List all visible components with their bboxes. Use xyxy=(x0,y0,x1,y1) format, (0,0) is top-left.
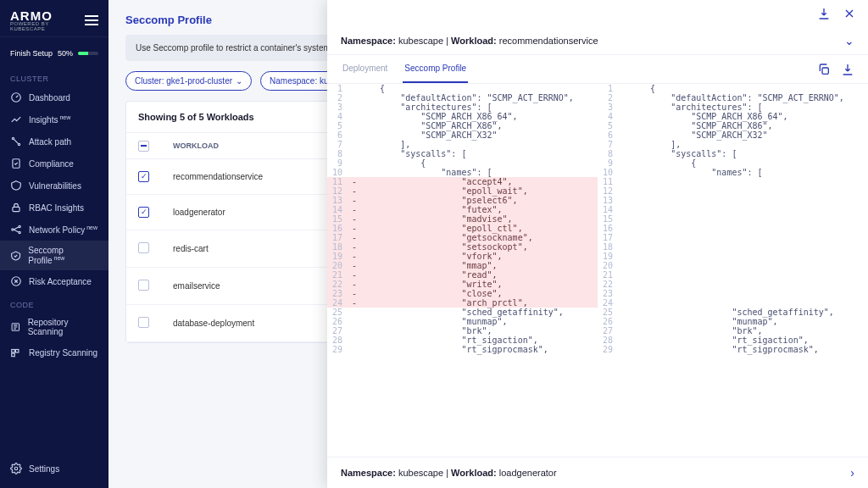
sidebar-item-label: Risk Acceptance xyxy=(29,277,92,286)
diff-line: 29 "rt_sigprocmask", xyxy=(598,345,868,354)
sidebar-item-seccomp[interactable]: Seccomp Profilenew xyxy=(0,241,108,270)
sidebar-item-label: Compliance xyxy=(29,159,74,169)
sidebar-item-compliance[interactable]: Compliance xyxy=(0,152,108,175)
diff-line: 25 "sched_getaffinity", xyxy=(327,308,598,317)
sidebar: ARMO POWERED BY KUBESCAPE Finish Setup 5… xyxy=(0,0,108,488)
panel-footer[interactable]: Namespace: kubescape | Workload: loadgen… xyxy=(327,457,868,488)
sidebar-item-label: Attack path xyxy=(29,137,71,147)
rbac-icon xyxy=(10,202,22,214)
row-checkbox[interactable] xyxy=(138,242,149,253)
diff-line: 26 "munmap", xyxy=(598,317,868,326)
diff-line: 15- "madvise", xyxy=(327,214,598,224)
diff-line: 19 xyxy=(598,252,868,261)
sidebar-item-repo[interactable]: Repository Scanning xyxy=(0,313,108,341)
sidebar-item-attack[interactable]: Attack path xyxy=(0,130,108,152)
diff-line: 22 xyxy=(598,280,868,289)
diff-line: 12- "epoll_wait", xyxy=(327,186,598,196)
diff-line: 9 { xyxy=(327,158,598,168)
diff-line: 20 xyxy=(598,261,868,270)
chevron-down-icon[interactable]: ⌄ xyxy=(844,34,854,47)
diff-line: 5 "SCMP_ARCH_X86", xyxy=(598,121,868,130)
sidebar-item-label: Settings xyxy=(29,464,59,474)
tab-seccomp[interactable]: Seccomp Profile xyxy=(403,55,468,83)
gear-icon xyxy=(10,463,22,474)
close-icon[interactable] xyxy=(843,7,856,20)
row-checkbox[interactable] xyxy=(138,207,149,218)
diff-left[interactable]: 1 {2 "defaultAction": "SCMP_ACT_ERRNO",3… xyxy=(327,84,598,457)
diff-line: 13- "pselect6", xyxy=(327,196,598,205)
diff-line: 4 "SCMP_ARCH_X86_64", xyxy=(598,112,868,121)
row-checkbox[interactable] xyxy=(138,280,149,291)
diff-line: 11- "accept4", xyxy=(327,177,598,186)
diff-line: 22- "write", xyxy=(327,280,598,289)
sidebar-item-registry[interactable]: Registry Scanning xyxy=(0,341,108,363)
diff-line: 23 xyxy=(598,289,868,298)
diff-line: 3 "architectures": [ xyxy=(598,103,868,112)
sidebar-item-label: Vulnerabilities xyxy=(29,181,81,191)
sidebar-item-netpol[interactable]: Network Policynew xyxy=(0,219,108,241)
attack-icon xyxy=(10,136,22,147)
sidebar-item-settings[interactable]: Settings xyxy=(0,458,108,480)
diff-view: 1 {2 "defaultAction": "SCMP_ACT_ERRNO",3… xyxy=(327,84,868,457)
row-checkbox[interactable] xyxy=(138,171,149,182)
diff-line: 12 xyxy=(598,186,868,196)
diff-right[interactable]: 1 {2 "defaultAction": "SCMP_ACT_ERRNO",3… xyxy=(598,84,868,457)
diff-line: 19- "vfork", xyxy=(327,252,598,261)
diff-line: 27 "brk", xyxy=(598,326,868,336)
insights-icon xyxy=(10,114,22,125)
diff-line: 2 "defaultAction": "SCMP_ACT_ERRNO", xyxy=(598,93,868,103)
diff-line: 7 ], xyxy=(327,140,598,149)
diff-line: 1 { xyxy=(598,84,868,93)
sidebar-item-label: Dashboard xyxy=(29,93,70,103)
section-cluster: CLUSTER xyxy=(0,66,108,86)
svg-rect-10 xyxy=(12,350,15,353)
sidebar-item-insights[interactable]: Insightsnew xyxy=(0,108,108,130)
repo-icon xyxy=(10,321,21,333)
download-icon[interactable] xyxy=(817,7,831,20)
sidebar-item-vuln[interactable]: Vulnerabilities xyxy=(0,175,108,197)
sidebar-item-label: Network Policynew xyxy=(29,225,97,235)
vuln-icon xyxy=(10,180,22,191)
finish-setup[interactable]: Finish Setup 50% xyxy=(0,36,108,66)
menu-toggle-icon[interactable] xyxy=(85,15,98,25)
sidebar-item-dashboard[interactable]: Dashboard xyxy=(0,86,108,108)
diff-line: 10 "names": [ xyxy=(327,168,598,177)
finish-setup-pct: 50% xyxy=(58,49,73,58)
sidebar-item-label: Insightsnew xyxy=(29,114,70,125)
svg-point-7 xyxy=(19,231,20,233)
row-checkbox[interactable] xyxy=(138,317,149,328)
diff-line: 14 xyxy=(598,205,868,214)
diff-line: 8 "syscalls": [ xyxy=(598,149,868,158)
svg-point-2 xyxy=(18,143,19,145)
diff-line: 14- "futex", xyxy=(327,205,598,214)
download-icon[interactable] xyxy=(841,63,854,76)
diff-line: 13 xyxy=(598,196,868,205)
diff-line: 6 "SCMP_ARCH_X32" xyxy=(327,130,598,140)
svg-rect-11 xyxy=(12,353,15,357)
risk-icon xyxy=(10,275,22,287)
sidebar-item-label: Seccomp Profilenew xyxy=(28,246,98,265)
chevron-down-icon: ⌄ xyxy=(236,76,242,86)
diff-line: 24- "arch_prctl", xyxy=(327,298,598,308)
diff-line: 17- "getsockname", xyxy=(327,233,598,242)
sidebar-item-risk[interactable]: Risk Acceptance xyxy=(0,270,108,292)
sidebar-item-rbac[interactable]: RBAC Insights xyxy=(0,197,108,219)
diff-line: 11 xyxy=(598,177,868,186)
select-all-checkbox[interactable] xyxy=(138,141,149,152)
svg-point-6 xyxy=(19,225,20,227)
panel-header[interactable]: Namespace: kubescape | Workload: recomme… xyxy=(327,27,868,55)
finish-setup-label: Finish Setup xyxy=(10,49,53,58)
copy-icon[interactable] xyxy=(817,63,831,76)
sidebar-item-label: Registry Scanning xyxy=(29,348,97,358)
section-code: CODE xyxy=(0,292,108,313)
seccomp-icon xyxy=(10,250,21,262)
sidebar-item-label: Repository Scanning xyxy=(28,318,98,336)
diff-line: 23- "close", xyxy=(327,289,598,298)
tab-deployment[interactable]: Deployment xyxy=(341,55,389,83)
diff-line: 18- "setsockopt", xyxy=(327,242,598,252)
chevron-right-icon[interactable]: › xyxy=(850,466,854,480)
finish-setup-bar xyxy=(78,52,98,55)
diff-line: 27 "brk", xyxy=(327,326,598,336)
filter-cluster[interactable]: Cluster: gke1-prod-cluster⌄ xyxy=(125,71,252,91)
diff-line: 16- "epoll_ctl", xyxy=(327,224,598,233)
